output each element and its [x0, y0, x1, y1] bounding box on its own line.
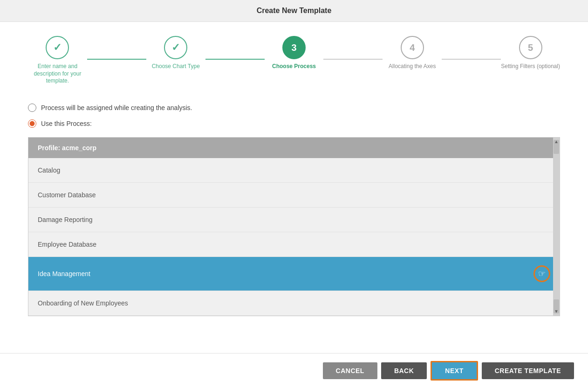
step-2-check-icon: ✓ — [171, 42, 180, 54]
step-4-circle: 4 — [401, 36, 424, 59]
step-1-circle: ✓ — [46, 36, 69, 59]
radio-group: Process will be assigned while creating … — [28, 104, 560, 128]
cursor-icon: ☞ — [538, 269, 546, 279]
process-item-customer-db-label: Customer Database — [38, 191, 96, 199]
step-1-label: Enter name and description for your temp… — [28, 63, 87, 85]
step-3-number: 3 — [291, 42, 296, 53]
connector-2-3 — [205, 59, 265, 60]
step-5-label: Setting Filters (optional) — [501, 63, 560, 70]
dialog-header: Create New Template — [0, 0, 588, 22]
connector-3-4 — [323, 59, 383, 60]
back-button[interactable]: BACK — [381, 362, 427, 379]
step-3: 3 Choose Process — [265, 36, 324, 70]
radio-assign-later[interactable]: Process will be assigned while creating … — [28, 104, 560, 112]
radio-assign-later-label: Process will be assigned while creating … — [41, 104, 192, 111]
process-item-customer-db[interactable]: Customer Database — [28, 183, 560, 208]
process-item-idea-mgmt-label: Idea Management — [38, 270, 90, 277]
process-item-catalog[interactable]: Catalog — [28, 158, 560, 183]
step-2-label: Choose Chart Type — [152, 63, 200, 70]
process-item-employee-db[interactable]: Employee Database — [28, 232, 560, 257]
step-1-check-icon: ✓ — [53, 42, 62, 54]
step-2: ✓ Choose Chart Type — [146, 36, 205, 70]
step-1: ✓ Enter name and description for your te… — [28, 36, 87, 85]
step-5: 5 Setting Filters (optional) — [501, 36, 560, 70]
profile-header: Profile: acme_corp — [28, 138, 560, 158]
cursor-ring: ☞ — [533, 265, 550, 282]
process-item-damage-reporting[interactable]: Damage Reporting — [28, 208, 560, 232]
process-item-damage-reporting-label: Damage Reporting — [38, 216, 93, 223]
step-4: 4 Allocating the Axes — [383, 36, 442, 70]
process-item-onboarding-label: Onboarding of New Employees — [38, 299, 128, 307]
radio-assign-later-input[interactable] — [28, 104, 36, 112]
cancel-button[interactable]: CANCEL — [323, 362, 377, 379]
content-area: Process will be assigned while creating … — [0, 94, 588, 353]
stepper: ✓ Enter name and description for your te… — [0, 22, 588, 94]
connector-1-2 — [87, 59, 146, 60]
step-3-label: Choose Process — [272, 63, 316, 70]
process-item-catalog-label: Catalog — [38, 166, 60, 174]
radio-use-this-label: Use this Process: — [41, 120, 92, 127]
connector-4-5 — [442, 59, 501, 60]
process-item-onboarding[interactable]: Onboarding of New Employees — [28, 291, 560, 316]
footer: CANCEL BACK NEXT CREATE TEMPLATE — [0, 353, 588, 388]
dialog-container: Create New Template ✓ Enter name and des… — [0, 0, 588, 388]
next-button[interactable]: NEXT — [431, 361, 478, 381]
step-2-circle: ✓ — [164, 36, 187, 59]
process-item-employee-db-label: Employee Database — [38, 241, 96, 248]
step-4-label: Allocating the Axes — [389, 63, 436, 70]
create-template-button[interactable]: CREATE TEMPLATE — [482, 362, 574, 379]
step-4-number: 4 — [410, 42, 415, 53]
dialog-title: Create New Template — [9, 7, 579, 15]
step-3-circle: 3 — [282, 36, 306, 59]
radio-use-this-input[interactable] — [28, 119, 36, 128]
step-5-number: 5 — [528, 42, 533, 53]
step-5-circle: 5 — [519, 36, 542, 59]
process-list-container[interactable]: Profile: acme_corp Catalog Customer Data… — [28, 137, 560, 316]
radio-use-this[interactable]: Use this Process: — [28, 119, 560, 128]
process-item-idea-mgmt[interactable]: Idea Management ☞ — [28, 257, 560, 291]
